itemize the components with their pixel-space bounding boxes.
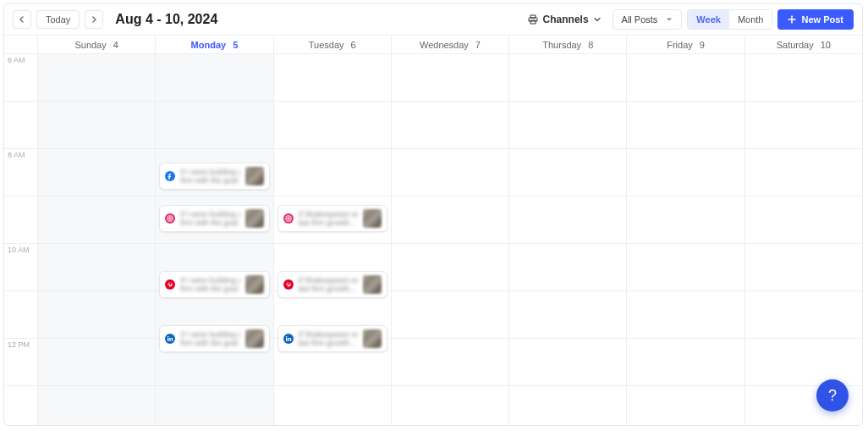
prev-week-button[interactable] xyxy=(13,10,31,29)
event-text: If I were building a lawfirm with the go… xyxy=(180,276,239,293)
hour-cell[interactable] xyxy=(392,386,508,426)
hour-cell[interactable] xyxy=(38,196,155,244)
hour-cell[interactable] xyxy=(392,291,508,339)
day-number: 6 xyxy=(351,40,356,50)
day-number: 4 xyxy=(113,40,118,50)
hour-label xyxy=(4,102,37,149)
svg-point-4 xyxy=(168,336,169,338)
next-week-button[interactable] xyxy=(85,10,103,29)
calendar-event[interactable]: If Shakespeare were alaw firm growth... xyxy=(277,271,387,298)
calendar-event[interactable]: If I were building a lawfirm with the go… xyxy=(159,163,269,190)
day-column[interactable] xyxy=(627,54,744,426)
hour-cell[interactable] xyxy=(745,244,862,291)
calendar-scroll[interactable]: 6 AM8 AM10 AM12 PM2 PM If I were buildin… xyxy=(4,54,862,426)
day-header: Saturday10 xyxy=(745,36,862,53)
hour-cell[interactable] xyxy=(392,196,508,244)
new-post-label: New Post xyxy=(801,14,843,25)
hour-cell[interactable] xyxy=(274,102,391,149)
hour-cell[interactable] xyxy=(627,102,744,149)
facebook-icon xyxy=(165,171,175,181)
day-number: 10 xyxy=(821,40,831,50)
hour-label: 12 PM xyxy=(4,339,37,386)
hour-cell[interactable] xyxy=(392,149,508,196)
day-column[interactable]: If I were building a lawfirm with the go… xyxy=(156,54,273,426)
hour-label xyxy=(4,291,37,339)
hour-cell[interactable] xyxy=(38,102,155,149)
hour-cell[interactable] xyxy=(156,54,272,102)
event-text: If Shakespeare were alaw firm growth... xyxy=(299,276,358,293)
hour-cell[interactable] xyxy=(392,244,508,291)
hour-cell[interactable] xyxy=(509,291,626,339)
hour-cell[interactable] xyxy=(38,291,155,339)
hour-cell[interactable] xyxy=(509,54,626,102)
hour-cell[interactable] xyxy=(392,339,508,386)
event-text: If Shakespeare were alaw firm growth... xyxy=(299,330,358,347)
day-header: Sunday4 xyxy=(38,36,156,53)
hour-cell[interactable] xyxy=(392,54,508,102)
hour-cell[interactable] xyxy=(274,149,391,196)
calendar-event[interactable]: If I were building a lawfirm with the go… xyxy=(159,271,269,298)
hour-cell[interactable] xyxy=(156,386,272,426)
hour-cell[interactable] xyxy=(627,386,744,426)
hour-cell[interactable] xyxy=(156,102,272,149)
post-filter-dropdown[interactable]: All Posts xyxy=(613,9,683,30)
day-name: Wednesday xyxy=(420,40,469,50)
hour-cell[interactable] xyxy=(274,386,391,426)
day-column[interactable] xyxy=(745,54,862,426)
hour-cell[interactable] xyxy=(38,386,155,426)
calendar-event[interactable]: If I were building a lawfirm with the go… xyxy=(159,325,269,352)
day-name: Friday xyxy=(667,40,693,50)
calendar-event[interactable]: If Shakespeare were alaw firm growth... xyxy=(277,205,387,232)
hour-cell[interactable] xyxy=(38,54,155,102)
today-button[interactable]: Today xyxy=(36,10,80,29)
event-text: If Shakespeare were alaw firm growth... xyxy=(299,210,358,227)
hour-cell[interactable] xyxy=(745,339,862,386)
day-column[interactable] xyxy=(392,54,509,426)
calendar-grid: 6 AM8 AM10 AM12 PM2 PM If I were buildin… xyxy=(4,54,862,426)
day-column[interactable] xyxy=(509,54,627,426)
hour-cell[interactable] xyxy=(509,196,626,244)
day-column[interactable] xyxy=(38,54,156,426)
day-header: Tuesday6 xyxy=(274,36,392,53)
svg-rect-3 xyxy=(168,338,168,341)
hour-cell[interactable] xyxy=(745,149,862,196)
hour-cell[interactable] xyxy=(745,102,862,149)
hour-cell[interactable] xyxy=(627,339,744,386)
hour-cell[interactable] xyxy=(38,339,155,386)
day-header: Thursday8 xyxy=(509,36,627,53)
channels-label: Channels xyxy=(543,14,589,25)
view-week-button[interactable]: Week xyxy=(688,10,729,29)
hour-cell[interactable] xyxy=(509,244,626,291)
chevron-down-icon xyxy=(594,16,601,23)
hour-cell[interactable] xyxy=(509,149,626,196)
hour-cell[interactable] xyxy=(392,102,508,149)
hour-cell[interactable] xyxy=(38,244,155,291)
help-button[interactable]: ? xyxy=(816,379,849,412)
instagram-icon xyxy=(165,213,175,224)
calendar-event[interactable]: If I were building a lawfirm with the go… xyxy=(159,205,269,232)
hour-cell[interactable] xyxy=(509,102,626,149)
hour-cell[interactable] xyxy=(274,54,391,102)
time-column: 6 AM8 AM10 AM12 PM2 PM xyxy=(4,54,38,426)
calendar-event[interactable]: If Shakespeare were alaw firm growth... xyxy=(277,325,387,352)
hour-cell[interactable] xyxy=(38,149,155,196)
hour-cell[interactable] xyxy=(627,54,744,102)
view-month-button[interactable]: Month xyxy=(729,10,772,29)
event-text: If I were building a lawfirm with the go… xyxy=(180,168,239,185)
new-post-button[interactable]: New Post xyxy=(777,9,854,30)
hour-cell[interactable] xyxy=(627,291,744,339)
hour-cell[interactable] xyxy=(627,196,744,244)
chevron-left-icon xyxy=(19,16,25,23)
day-column[interactable]: If Shakespeare were alaw firm growth...I… xyxy=(274,54,392,426)
hour-cell[interactable] xyxy=(509,339,626,386)
channels-dropdown[interactable]: Channels xyxy=(521,9,607,30)
day-header: Wednesday7 xyxy=(392,36,509,53)
hour-cell[interactable] xyxy=(627,244,744,291)
hour-cell[interactable] xyxy=(745,196,862,244)
hour-cell[interactable] xyxy=(509,386,626,426)
hour-cell[interactable] xyxy=(745,54,862,102)
day-number: 8 xyxy=(588,40,593,50)
hour-cell[interactable] xyxy=(627,149,744,196)
hour-cell[interactable] xyxy=(745,291,862,339)
day-header: Monday5 xyxy=(156,36,273,53)
